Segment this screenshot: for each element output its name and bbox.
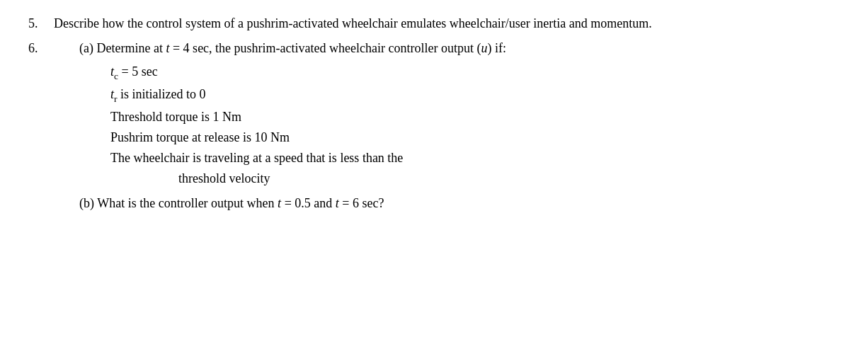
q6a-u-var: u — [481, 41, 487, 55]
q6b: (b) What is the controller output when t… — [79, 194, 807, 213]
q6a-label: (a) — [79, 41, 96, 55]
condition-6: threshold velocity — [178, 169, 807, 188]
q6a-intro: Determine at t = 4 sec, the pushrim-acti… — [96, 41, 506, 55]
condition-1: tc = 5 sec — [110, 62, 807, 84]
q6b-label: (b) — [79, 196, 97, 210]
condition-4: Pushrim torque at release is 10 Nm — [110, 128, 807, 147]
q5-text: Describe how the control system of a pus… — [54, 14, 807, 33]
conditions-list: tc = 5 sec tr is initialized to 0 Thresh… — [110, 62, 807, 188]
content-area: 5. Describe how the control system of a … — [28, 14, 807, 213]
q6a-t-var: t — [166, 41, 169, 55]
question-6: 6. (a) Determine at t = 4 sec, the pushr… — [28, 39, 807, 213]
q6-number: 6. — [28, 39, 54, 58]
condition-5: The wheelchair is traveling at a speed t… — [110, 149, 807, 168]
q6-content: (a) Determine at t = 4 sec, the pushrim-… — [54, 39, 807, 213]
q6a: (a) Determine at t = 4 sec, the pushrim-… — [79, 39, 807, 58]
cond2-rest: is initialized to 0 — [118, 87, 206, 101]
cond1-rest: = 5 sec — [118, 64, 158, 79]
condition-2: tr is initialized to 0 — [110, 85, 807, 106]
cond5-text: The wheelchair is traveling at a speed t… — [110, 151, 403, 165]
condition-3: Threshold torque is 1 Nm — [110, 108, 807, 127]
q6b-t1: t — [278, 196, 281, 210]
q6b-text: What is the controller output when t = 0… — [97, 196, 384, 210]
question-5: 5. Describe how the control system of a … — [28, 14, 807, 33]
q5-number: 5. — [28, 14, 54, 33]
q6b-t2: t — [336, 196, 339, 210]
